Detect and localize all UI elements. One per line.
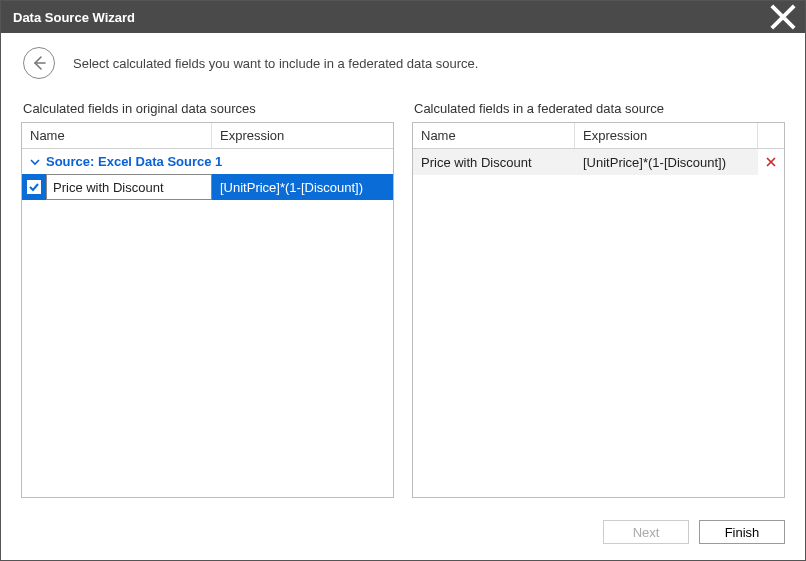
- left-row-name[interactable]: Price with Discount: [46, 174, 212, 200]
- arrow-left-icon: [31, 55, 47, 71]
- close-button[interactable]: [769, 3, 797, 31]
- row-checkbox[interactable]: [26, 179, 42, 195]
- close-icon: [769, 3, 797, 31]
- left-panel: Calculated fields in original data sourc…: [21, 101, 394, 498]
- footer: Next Finish: [1, 508, 805, 560]
- row-checkbox-cell[interactable]: [22, 174, 46, 200]
- source-group-label: Source: Excel Data Source 1: [46, 154, 222, 169]
- right-grid-header: Name Expression: [413, 123, 784, 149]
- right-grid-body: Price with Discount [UnitPrice]*(1-[Disc…: [413, 149, 784, 497]
- left-row-expression: [UnitPrice]*(1-[Discount]): [212, 174, 393, 200]
- titlebar: Data Source Wizard: [1, 1, 805, 33]
- right-panel: Calculated fields in a federated data so…: [412, 101, 785, 498]
- right-row-name: Price with Discount: [413, 149, 575, 175]
- left-grid-header: Name Expression: [22, 123, 393, 149]
- window-title: Data Source Wizard: [13, 10, 769, 25]
- content-area: Calculated fields in original data sourc…: [1, 93, 805, 508]
- source-group-row[interactable]: Source: Excel Data Source 1: [22, 149, 393, 174]
- left-col-expression[interactable]: Expression: [212, 123, 393, 148]
- right-row[interactable]: Price with Discount [UnitPrice]*(1-[Disc…: [413, 149, 784, 175]
- remove-row-button[interactable]: [758, 149, 784, 175]
- remove-icon: [766, 157, 776, 167]
- right-col-expression[interactable]: Expression: [575, 123, 758, 148]
- left-row[interactable]: Price with Discount [UnitPrice]*(1-[Disc…: [22, 174, 393, 200]
- left-grid: Name Expression Source: Excel Data Sourc…: [21, 122, 394, 498]
- right-col-action: [758, 123, 784, 148]
- header-row: Select calculated fields you want to inc…: [1, 33, 805, 93]
- next-button: Next: [603, 520, 689, 544]
- right-panel-title: Calculated fields in a federated data so…: [412, 101, 785, 116]
- back-button[interactable]: [23, 47, 55, 79]
- left-col-name[interactable]: Name: [22, 123, 212, 148]
- right-grid: Name Expression Price with Discount [Uni…: [412, 122, 785, 498]
- finish-button[interactable]: Finish: [699, 520, 785, 544]
- check-icon: [28, 181, 40, 193]
- left-panel-title: Calculated fields in original data sourc…: [21, 101, 394, 116]
- left-grid-body: Source: Excel Data Source 1 Price with D…: [22, 149, 393, 497]
- wizard-dialog: Data Source Wizard Select calculated fie…: [0, 0, 806, 561]
- instruction-text: Select calculated fields you want to inc…: [73, 56, 478, 71]
- chevron-down-icon: [30, 157, 40, 167]
- right-row-expression: [UnitPrice]*(1-[Discount]): [575, 149, 758, 175]
- right-col-name[interactable]: Name: [413, 123, 575, 148]
